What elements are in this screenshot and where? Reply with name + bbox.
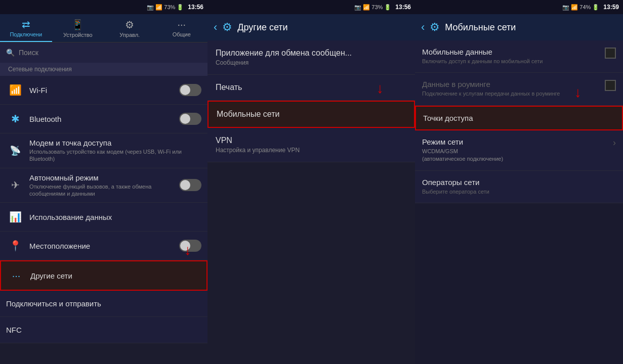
battery-percent-2: 73% <box>371 4 383 10</box>
roaming-subtitle: Подключение к услугам передачи данных в … <box>422 90 601 98</box>
settings-row-mobile-data[interactable]: Мобильные данные Включить доступ к данны… <box>415 40 623 73</box>
back-button-3[interactable]: ‹ <box>421 21 425 34</box>
back-button-2[interactable]: ‹ <box>214 21 217 34</box>
network-mode-subtitle: WCDMA/GSM(автоматическое подключение) <box>422 148 609 163</box>
settings-item-wifi[interactable]: 📶 Wi-Fi <box>0 76 207 105</box>
connect-send-title: Подключиться и отправить <box>6 299 201 308</box>
battery-percent-3: 74% <box>579 4 591 10</box>
list-item-print[interactable]: Печать <box>207 75 415 101</box>
mobile-data-subtitle: Включить доступ к данным по мобильной се… <box>422 58 601 65</box>
status-icons-1: 📷 📶 73% 🔋 <box>147 4 184 11</box>
page-header-2: ‹ ⚙ Другие сети <box>207 14 415 40</box>
location-icon: 📍 <box>6 237 24 255</box>
vpn-sub: Настройка и управление VPN <box>216 147 407 154</box>
nfc-title: NFC <box>6 326 201 334</box>
settings-item-other-networks[interactable]: ··· Другие сети ↓ <box>0 260 207 291</box>
network-mode-title: Режим сети <box>422 138 609 146</box>
modem-subtitle: Использовать устройство как модем (через… <box>29 148 201 163</box>
settings-item-connect-send[interactable]: Подключиться и отправить <box>0 291 207 317</box>
tab-general[interactable]: ··· Общие <box>156 14 208 42</box>
settings-row-roaming[interactable]: Данные в роуминге Подключение к услугам … <box>415 73 623 105</box>
airplane-toggle[interactable] <box>179 179 201 191</box>
status-bar-2: 📷 📶 73% 🔋 13:56 <box>207 0 415 14</box>
network-mode-chevron: › <box>613 138 616 148</box>
tab-manage-label: Управл. <box>119 32 140 38</box>
data-usage-title: Использование данных <box>29 213 201 221</box>
signal-icon: 📶 <box>155 4 162 11</box>
manage-icon: ⚙ <box>125 19 134 31</box>
operators-subtitle: Выберите оператора сети <box>422 188 616 196</box>
settings-item-bluetooth[interactable]: ✱ Bluetooth <box>0 105 207 133</box>
screenshot-icon-3: 📷 <box>562 4 569 11</box>
settings-row-operators[interactable]: Операторы сети Выберите оператора сети <box>415 171 623 203</box>
settings-item-modem[interactable]: 📡 Модем и точка доступа Использовать уст… <box>0 133 207 168</box>
section-header-text: Сетевые подключения <box>8 66 72 73</box>
tab-general-label: Общие <box>173 31 191 37</box>
panel-mobile-networks: 📷 📶 74% 🔋 13:59 ‹ ⚙ Мобильные сети Мобил… <box>415 0 623 364</box>
battery-icon-3: 🔋 <box>592 4 599 11</box>
settings-item-data-usage[interactable]: 📊 Использование данных <box>0 203 207 232</box>
bluetooth-title: Bluetooth <box>29 115 179 123</box>
wifi-title: Wi-Fi <box>29 86 179 95</box>
airplane-title: Автономный режим <box>29 173 179 182</box>
settings-row-network-mode[interactable]: Режим сети WCDMA/GSM(автоматическое подк… <box>415 130 623 171</box>
tab-manage[interactable]: ⚙ Управл. <box>104 14 156 42</box>
roaming-title: Данные в роуминге <box>422 80 601 88</box>
modem-icon: 📡 <box>6 142 24 160</box>
status-bar-1: 📷 📶 73% 🔋 13:56 <box>0 0 207 14</box>
panel-other-networks: 📷 📶 73% 🔋 13:56 ‹ ⚙ Другие сети Приложен… <box>207 0 415 364</box>
battery-percent-1: 73% <box>164 4 175 10</box>
screenshot-icon-2: 📷 <box>354 4 361 11</box>
general-icon: ··· <box>177 19 186 30</box>
settings-item-airplane[interactable]: ✈ Автономный режим Отключение функций вы… <box>0 168 207 203</box>
location-toggle[interactable] <box>179 240 201 252</box>
signal-icon-3: 📶 <box>571 4 578 11</box>
gear-icon-3: ⚙ <box>430 21 440 34</box>
location-title: Местоположение <box>29 242 179 250</box>
settings-item-location[interactable]: 📍 Местоположение <box>0 232 207 260</box>
list-item-mobile-networks[interactable]: Мобильные сети ↓ <box>207 101 415 128</box>
tab-device[interactable]: 📱 Устройство <box>52 14 104 42</box>
other-networks-icon: ··· <box>7 266 25 285</box>
settings-row-access-points[interactable]: Точки доступа ↓ <box>415 106 623 130</box>
time-3: 13:59 <box>603 4 619 11</box>
time-2: 13:56 <box>395 4 411 11</box>
tab-connections-label: Подключени <box>10 31 42 37</box>
page-title-3: Мобильные сети <box>445 22 516 33</box>
device-icon: 📱 <box>71 19 84 31</box>
airplane-subtitle: Отключение функций вызовов, а также обме… <box>29 183 179 198</box>
tab-bar: ⇄ Подключени 📱 Устройство ⚙ Управл. ··· … <box>0 14 207 42</box>
list-item-vpn[interactable]: VPN Настройка и управление VPN <box>207 128 415 162</box>
page-title-2: Другие сети <box>237 22 287 33</box>
mobile-networks-main: Мобильные сети <box>217 110 406 119</box>
messaging-sub: Сообщения <box>216 59 407 66</box>
signal-icon-2: 📶 <box>363 4 370 11</box>
battery-icon-1: 🔋 <box>177 4 184 11</box>
tab-device-label: Устройство <box>63 32 93 38</box>
tab-connections[interactable]: ⇄ Подключени <box>0 14 52 42</box>
gear-icon-2: ⚙ <box>222 21 232 34</box>
airplane-icon: ✈ <box>6 176 24 194</box>
bluetooth-icon: ✱ <box>6 110 24 128</box>
search-bar[interactable]: 🔍 Поиск <box>0 42 207 63</box>
list-item-messaging[interactable]: Приложение для обмена сообщен... Сообщен… <box>207 40 415 75</box>
mobile-data-title: Мобильные данные <box>422 48 601 56</box>
print-main: Печать <box>216 83 407 92</box>
panel-connections: 📷 📶 73% 🔋 13:56 ⇄ Подключени 📱 Устройств… <box>0 0 207 364</box>
search-label: Поиск <box>19 49 38 57</box>
roaming-checkbox[interactable] <box>605 80 616 91</box>
vpn-main: VPN <box>216 136 407 145</box>
connections-icon: ⇄ <box>22 18 30 30</box>
status-bar-3: 📷 📶 74% 🔋 13:59 <box>415 0 623 14</box>
operators-title: Операторы сети <box>422 178 616 187</box>
messaging-main: Приложение для обмена сообщен... <box>216 49 407 58</box>
time-1: 13:56 <box>188 4 203 11</box>
access-points-title: Точки доступа <box>423 114 615 122</box>
page-header-3: ‹ ⚙ Мобильные сети <box>415 14 623 40</box>
status-icons-3: 📷 📶 74% 🔋 <box>562 4 599 11</box>
wifi-toggle[interactable] <box>179 84 201 96</box>
bluetooth-toggle[interactable] <box>179 113 201 125</box>
modem-title: Модем и точка доступа <box>29 139 201 147</box>
mobile-data-checkbox[interactable] <box>605 48 616 59</box>
settings-item-nfc[interactable]: NFC <box>0 317 207 343</box>
